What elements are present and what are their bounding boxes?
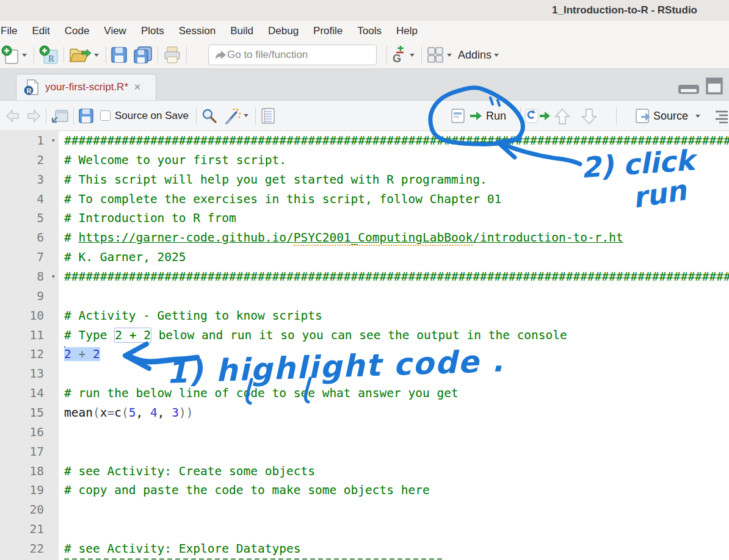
menu-item-tools[interactable]: Tools [350,25,389,37]
chevron-down-icon[interactable] [494,54,499,57]
code-line[interactable]: 3# This script will help you get started… [0,170,729,190]
toolbar-separator [520,107,521,124]
compile-report-icon[interactable] [260,107,276,124]
toolbar-separator [106,46,106,63]
menu-item-file[interactable]: File [0,25,24,37]
code-text: # run the below line of code to see what… [59,384,729,403]
menu-item-session[interactable]: Session [172,25,223,37]
goto-file-function-box[interactable] [208,45,377,65]
code-line[interactable]: 9 [0,287,729,306]
code-line[interactable]: 8▾######################################… [0,267,729,287]
document-outline-icon[interactable] [714,110,729,123]
code-line[interactable]: 6# https://garner-code.github.io/PSYC200… [0,228,729,248]
code-editor[interactable]: 1▾######################################… [0,131,729,560]
magic-wand-icon[interactable] [223,107,241,124]
up-arrow-icon[interactable] [554,107,570,126]
rerun-button[interactable] [525,106,552,126]
panes-layout-icon[interactable] [426,46,444,64]
chevron-down-icon[interactable] [447,54,452,57]
code-text: ########################################… [59,267,729,287]
menu-item-help[interactable]: Help [389,25,425,37]
run-button[interactable]: Run [451,106,506,126]
line-number: 6 [0,228,59,248]
forward-arrow-icon[interactable] [26,109,42,123]
code-line[interactable]: 20 [0,500,729,520]
toolbar-separator [196,107,197,124]
code-line[interactable]: 16 [0,423,729,442]
close-icon[interactable]: × [134,81,140,93]
source-button-label: Source [653,110,688,123]
menu-item-debug[interactable]: Debug [261,25,306,37]
line-number: 15 [0,403,59,423]
code-line[interactable]: 4# To complete the exercises in this scr… [0,190,729,209]
tab-your-first-script[interactable]: R your-first-script.R* × [16,74,156,100]
chevron-down-icon[interactable] [94,54,99,57]
code-text: ########################################… [59,131,729,151]
chevron-down-icon[interactable] [695,115,700,118]
line-number: 2 [0,151,59,170]
save-all-icon[interactable] [132,46,153,64]
code-line[interactable]: 17 [0,442,729,462]
code-line[interactable]: 21 [0,520,729,539]
open-in-new-window-icon[interactable] [51,108,69,124]
code-line[interactable]: 11# Type 2 + 2 below and run it so you c… [0,326,729,345]
save-icon[interactable] [78,108,94,124]
source-on-save-checkbox[interactable] [100,110,111,121]
code-line[interactable]: 122 + 2 [0,345,729,364]
code-line[interactable]: 13 [0,364,729,384]
menu-item-plots[interactable]: Plots [134,25,172,37]
code-text [59,520,729,539]
new-project-icon[interactable]: R [38,45,59,65]
code-text: # see Activity: Explore Datatypes [59,539,729,559]
title-bar: 1_Introduction-to-R - RStudio [0,0,729,21]
goto-file-function-input[interactable] [227,49,361,61]
line-number: 5 [0,209,59,228]
code-line[interactable]: 5# Introduction to R from [0,209,729,228]
chevron-down-icon[interactable] [410,54,415,57]
menu-item-edit[interactable]: Edit [24,25,57,37]
code-line[interactable]: 7# K. Garner, 2025 [0,248,729,267]
back-arrow-icon[interactable] [5,109,21,123]
code-line[interactable]: 2# Welcome to your first script. [0,151,729,170]
print-icon[interactable] [162,46,182,64]
code-line[interactable]: 10# Activity - Getting to know scripts [0,306,729,326]
new-file-icon[interactable] [1,45,20,65]
toolbar-separator [46,107,46,124]
search-icon[interactable] [201,107,218,124]
menu-item-profile[interactable]: Profile [306,25,350,37]
toolbar-separator [616,107,617,124]
line-number: 12 [0,345,59,364]
fold-marker-icon[interactable]: ▾ [51,267,56,287]
code-line[interactable]: 14# run the below line of code to see wh… [0,384,729,403]
down-arrow-icon[interactable] [581,107,597,126]
editor-toolbar: Source on Save [0,100,729,131]
code-line[interactable]: 18# see Activity: Create some objects [0,462,729,481]
toolbar-separator [186,46,187,63]
source-button[interactable]: Source [635,106,703,126]
menu-item-view[interactable]: View [96,25,134,37]
code-line[interactable]: 15mean(x=c(5, 4, 3)) [0,403,729,423]
addins-button[interactable]: Addins [458,49,491,62]
minimize-icon[interactable] [678,84,700,95]
code-text [59,423,729,442]
fold-marker-icon[interactable]: ▾ [51,131,56,151]
r-script-file-icon: R [24,79,40,96]
toolbar-separator [34,46,34,63]
menu-item-code[interactable]: Code [57,25,97,37]
chevron-down-icon[interactable] [22,54,27,57]
open-file-icon[interactable] [68,46,92,64]
line-number: 7 [0,248,59,267]
save-icon[interactable] [111,46,128,63]
menu-item-build[interactable]: Build [223,25,261,37]
menu-bar: FileEditCodeViewPlotsSessionBuildDebugPr… [0,21,729,41]
code-line[interactable]: 1▾######################################… [0,131,729,151]
svg-text:G: G [393,52,401,64]
toolbar-separator [158,46,158,63]
maximize-icon[interactable] [706,77,723,95]
git-icon[interactable]: G [391,46,407,64]
code-line[interactable]: 22# see Activity: Explore Datatypes [0,539,729,559]
chevron-down-icon[interactable] [244,114,248,117]
code-line[interactable]: 19# copy and paste the code to make some… [0,481,729,500]
code-text: # To complete the exercises in this scri… [59,190,729,209]
line-number: 17 [0,442,59,462]
